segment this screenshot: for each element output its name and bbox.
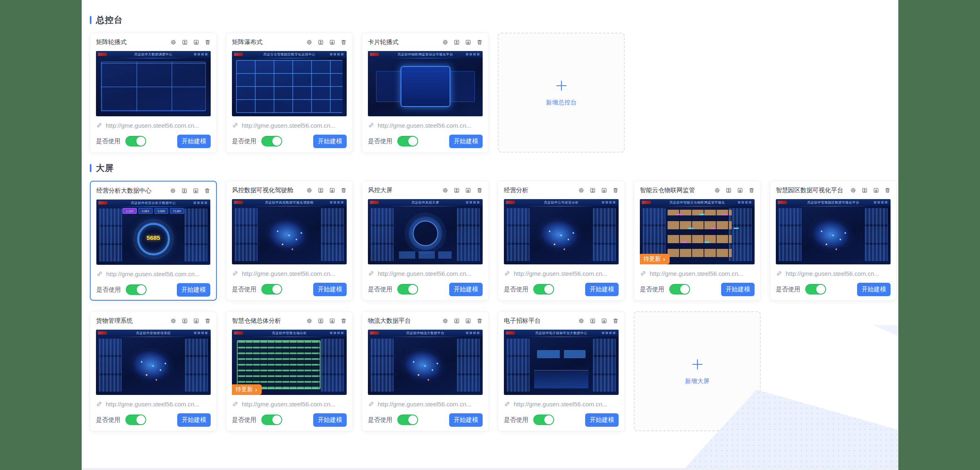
dashboard-url[interactable]: http://gme.gusen.steel56.com.cn... xyxy=(106,270,200,277)
dashboard-thumbnail[interactable]: 高达软件货物管理系统 xyxy=(96,330,211,395)
use-toggle[interactable] xyxy=(261,284,282,295)
use-toggle[interactable] xyxy=(126,284,147,295)
use-toggle[interactable] xyxy=(125,415,146,425)
dashboard-url[interactable]: http://gme.gusen.steel56.com.cn... xyxy=(514,401,607,408)
use-toggle[interactable] xyxy=(397,415,418,425)
settings-icon[interactable] xyxy=(578,318,584,324)
pending-update-badge[interactable]: 待更新 › xyxy=(232,384,262,395)
dashboard-url[interactable]: http://gme.gusen.steel56.com.cn... xyxy=(106,401,199,408)
download-icon[interactable] xyxy=(193,39,199,45)
download-icon[interactable] xyxy=(329,39,335,45)
upload-icon[interactable] xyxy=(318,187,324,193)
delete-icon[interactable] xyxy=(204,188,210,194)
download-icon[interactable] xyxy=(329,318,335,324)
download-icon[interactable] xyxy=(465,187,471,193)
upload-icon[interactable] xyxy=(454,187,460,193)
delete-icon[interactable] xyxy=(748,187,755,193)
upload-icon[interactable] xyxy=(182,39,188,45)
delete-icon[interactable] xyxy=(884,187,891,193)
use-toggle[interactable] xyxy=(397,136,418,146)
delete-icon[interactable] xyxy=(612,318,619,324)
dashboard-url[interactable]: http://gme.gusen.steel56.com.cn... xyxy=(106,122,199,129)
use-toggle[interactable] xyxy=(669,284,690,295)
add-console-card[interactable]: 新增总控台 xyxy=(498,33,625,153)
upload-icon[interactable] xyxy=(454,318,460,324)
dashboard-url[interactable]: http://gme.gusen.steel56.com.cn... xyxy=(378,401,471,408)
use-toggle[interactable] xyxy=(533,415,554,425)
delete-icon[interactable] xyxy=(477,187,483,193)
dashboard-url[interactable]: http://gme.gusen.steel56.com.cn... xyxy=(242,122,335,129)
start-modeling-button[interactable]: 开始建模 xyxy=(177,413,211,427)
dashboard-url[interactable]: http://gme.gusen.steel56.com.cn... xyxy=(514,270,607,277)
start-modeling-button[interactable]: 开始建模 xyxy=(449,413,483,427)
settings-icon[interactable] xyxy=(306,318,312,324)
dashboard-thumbnail[interactable]: 高达云仓智慧园区数字化总控中心 xyxy=(232,51,347,116)
delete-icon[interactable] xyxy=(205,318,211,324)
dashboard-card[interactable]: 智慧仓储总体分析 高达软件智慧仓储分析 待更新 › xyxy=(226,311,353,431)
dashboard-card[interactable]: 货物管理系统 高达软件货物管理系统 http://gme.gusen.stee xyxy=(90,311,217,431)
upload-icon[interactable] xyxy=(862,187,868,193)
upload-icon[interactable] xyxy=(318,318,324,324)
upload-icon[interactable] xyxy=(182,318,188,324)
delete-icon[interactable] xyxy=(341,318,347,324)
upload-icon[interactable] xyxy=(590,318,596,324)
add-bigscreen-card[interactable]: 新增大屏 xyxy=(634,311,761,431)
dashboard-card[interactable]: 矩阵瀑布式 高达云仓智慧园区数字化总控中心 http://gme.gusen. xyxy=(226,33,353,153)
start-modeling-button[interactable]: 开始建模 xyxy=(313,413,347,427)
dashboard-thumbnail[interactable]: 高达软件公司经营分析 xyxy=(504,199,619,264)
download-icon[interactable] xyxy=(465,39,471,45)
settings-icon[interactable] xyxy=(306,39,312,45)
settings-icon[interactable] xyxy=(714,187,720,193)
dashboard-card[interactable]: 智慧园区数据可视化平台 高达软件智慧园区数据可视化平台 http://gme. xyxy=(770,181,897,301)
download-icon[interactable] xyxy=(465,318,471,324)
download-icon[interactable] xyxy=(193,188,199,194)
dashboard-thumbnail[interactable]: 高达软件风控大屏 xyxy=(368,199,483,264)
dashboard-card[interactable]: 物流大数据平台 高达软件物流大数据平台 http://gme.gusen.st xyxy=(362,311,489,431)
download-icon[interactable] xyxy=(193,318,199,324)
dashboard-thumbnail[interactable]: 高达软件智能云仓物联网监管可视化 待更新 › xyxy=(640,199,755,264)
delete-icon[interactable] xyxy=(477,39,483,45)
dashboard-thumbnail[interactable]: 高达软件物联网监管综合可视化平台 xyxy=(368,51,483,116)
start-modeling-button[interactable]: 开始建模 xyxy=(177,283,210,297)
use-toggle[interactable] xyxy=(125,136,146,146)
upload-icon[interactable] xyxy=(726,187,732,193)
dashboard-url[interactable]: http://gme.gusen.steel56.com.cn... xyxy=(378,122,471,129)
settings-icon[interactable] xyxy=(170,188,176,194)
start-modeling-button[interactable]: 开始建模 xyxy=(857,283,891,296)
upload-icon[interactable] xyxy=(590,187,596,193)
settings-icon[interactable] xyxy=(442,187,448,193)
dashboard-card[interactable]: 智能云仓物联网监管 高达软件智能云仓物联网监管可视化 待更新 › xyxy=(634,181,761,301)
delete-icon[interactable] xyxy=(205,39,211,45)
start-modeling-button[interactable]: 开始建模 xyxy=(721,283,755,296)
upload-icon[interactable] xyxy=(454,39,460,45)
settings-icon[interactable] xyxy=(170,39,176,45)
start-modeling-button[interactable]: 开始建模 xyxy=(585,413,619,427)
settings-icon[interactable] xyxy=(442,318,448,324)
dashboard-card[interactable]: 经营分析大数据中心 高达软件经营分析大数据中心 1,1204,8545,6857… xyxy=(90,181,217,301)
dashboard-url[interactable]: http://gme.gusen.steel56.com.cn... xyxy=(378,270,471,277)
start-modeling-button[interactable]: 开始建模 xyxy=(313,135,347,148)
use-toggle[interactable] xyxy=(805,284,826,295)
download-icon[interactable] xyxy=(601,318,607,324)
dashboard-url[interactable]: http://gme.gusen.steel56.com.cn... xyxy=(650,270,743,277)
dashboard-thumbnail[interactable]: 高达软件物流大数据平台 xyxy=(368,330,483,395)
dashboard-card[interactable]: 风控大屏 高达软件风控大屏 http://gme.gusen.steel56. xyxy=(362,181,489,301)
start-modeling-button[interactable]: 开始建模 xyxy=(177,135,211,148)
dashboard-thumbnail[interactable]: 高达软件风控数据可视化驾驶舱 xyxy=(232,199,347,264)
download-icon[interactable] xyxy=(873,187,879,193)
download-icon[interactable] xyxy=(601,187,607,193)
dashboard-thumbnail[interactable]: 高达软件智慧仓储分析 待更新 › xyxy=(232,330,347,395)
dashboard-url[interactable]: http://gme.gusen.steel56.com.cn... xyxy=(242,401,335,408)
delete-icon[interactable] xyxy=(341,39,347,45)
dashboard-card[interactable]: 电子招标平台 高达软件电子招标平台大数据中心 http://gme.gusen xyxy=(498,311,625,431)
dashboard-card[interactable]: 卡片轮播式 高达软件物联网监管综合可视化平台 http://gme.gusen xyxy=(362,33,489,153)
settings-icon[interactable] xyxy=(442,39,448,45)
settings-icon[interactable] xyxy=(850,187,856,193)
settings-icon[interactable] xyxy=(578,187,584,193)
delete-icon[interactable] xyxy=(341,187,347,193)
upload-icon[interactable] xyxy=(318,39,324,45)
settings-icon[interactable] xyxy=(170,318,176,324)
pending-update-badge[interactable]: 待更新 › xyxy=(640,254,670,264)
start-modeling-button[interactable]: 开始建模 xyxy=(585,283,619,296)
dashboard-thumbnail[interactable]: 高达软件经营分析大数据中心 1,1204,8545,68573,887 5685 xyxy=(96,200,210,265)
